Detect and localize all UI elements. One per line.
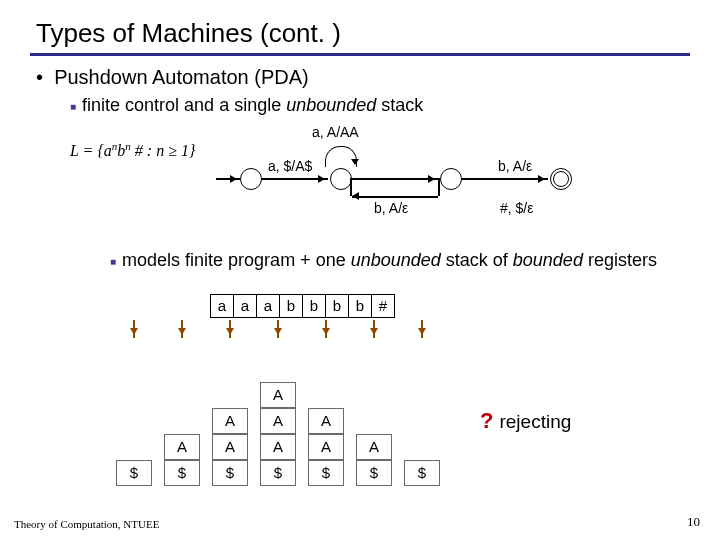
stack-cell: A	[164, 434, 200, 460]
tape-cell: b	[326, 295, 349, 317]
stack-cell: $	[356, 460, 392, 486]
language-formula: L = {anbn # : n ≥ 1}	[70, 140, 195, 160]
rejecting-text: rejecting	[499, 411, 571, 432]
stack-cell: A	[356, 434, 392, 460]
stack-cell: $	[164, 460, 200, 486]
stack-cell: A	[260, 382, 296, 408]
page-title: Types of Machines (cont. )	[36, 18, 690, 49]
tape-cell: b	[349, 295, 372, 317]
stack-cell: A	[260, 408, 296, 434]
down-arrow-icon	[133, 320, 135, 338]
tape-cell: a	[234, 295, 257, 317]
arrow-icon	[262, 178, 328, 180]
tape-cell: b	[280, 295, 303, 317]
stack-cell: A	[212, 408, 248, 434]
arrow-icon	[352, 178, 438, 180]
b2-post: stack	[376, 95, 423, 115]
pda-diagram: a, $/A$ a, A/AA b, A/ε b, A/ε #, $/ε	[240, 118, 610, 218]
arrow-back-line	[352, 196, 438, 198]
start-arrow-icon	[216, 178, 240, 180]
trans-label-1: a, $/A$	[268, 158, 312, 174]
bullet-square-icon: ■	[70, 101, 76, 112]
title-rule	[30, 53, 690, 56]
state-q2	[440, 168, 462, 190]
stack-cell: $	[116, 460, 152, 486]
stack-cell: A	[260, 434, 296, 460]
footer-source: Theory of Computation, NTUEE	[14, 518, 159, 530]
down-arrow-icon	[181, 320, 183, 338]
down-arrow-icon	[325, 320, 327, 338]
input-tape: a a a b b b b #	[210, 294, 395, 318]
stack-cell: $	[404, 460, 440, 486]
stack-cell: A	[308, 408, 344, 434]
state-q0	[240, 168, 262, 190]
bullet1-text: Pushdown Automaton (PDA)	[54, 66, 309, 88]
tape-cell: #	[372, 295, 394, 317]
down-arrow-icon	[421, 320, 423, 338]
b2-em: unbounded	[286, 95, 376, 115]
slide: Types of Machines (cont. ) • Pushdown Au…	[0, 0, 720, 540]
bullet-level1: • Pushdown Automaton (PDA)	[36, 66, 690, 89]
page-number: 10	[687, 514, 700, 530]
b3-em1: unbounded	[351, 250, 441, 270]
loop-arrow-icon	[325, 146, 357, 167]
question-mark-icon: ?	[480, 408, 493, 433]
trans-label-bot: b, A/ε	[374, 200, 408, 216]
stack-cell: A	[308, 434, 344, 460]
b2-pre: finite control and a single	[82, 95, 286, 115]
stack-cell: $	[308, 460, 344, 486]
trans-label-3: #, $/ε	[500, 200, 533, 216]
state-q1	[330, 168, 352, 190]
tape-cell: a	[211, 295, 234, 317]
stack-cell: $	[212, 460, 248, 486]
bullet-dot-icon: •	[36, 66, 54, 88]
down-arrow-icon	[277, 320, 279, 338]
b3-mid: stack of	[441, 250, 513, 270]
state-accept	[550, 168, 572, 190]
trans-label-2: b, A/ε	[498, 158, 532, 174]
result-label: ?rejecting	[480, 408, 571, 434]
stack-cell: A	[212, 434, 248, 460]
bullet-square-icon: ■	[110, 256, 116, 267]
bullet-level2b: ■models finite program + one unbounded s…	[110, 250, 657, 271]
down-arrow-icon	[373, 320, 375, 338]
tape-cell: b	[303, 295, 326, 317]
tape-cell: a	[257, 295, 280, 317]
arrow-seg	[350, 178, 352, 196]
trans-label-loop: a, A/AA	[312, 124, 359, 140]
b3-pre: models finite program + one	[122, 250, 351, 270]
stack-cell: $	[260, 460, 296, 486]
arrow-icon	[462, 178, 548, 180]
b3-em2: bounded	[513, 250, 583, 270]
b3-post: registers	[583, 250, 657, 270]
formula-text: L = {anbn # : n ≥ 1}	[70, 142, 195, 159]
bullet-level2: ■finite control and a single unbounded s…	[70, 95, 690, 116]
down-arrow-icon	[229, 320, 231, 338]
arrow-seg	[438, 178, 440, 196]
